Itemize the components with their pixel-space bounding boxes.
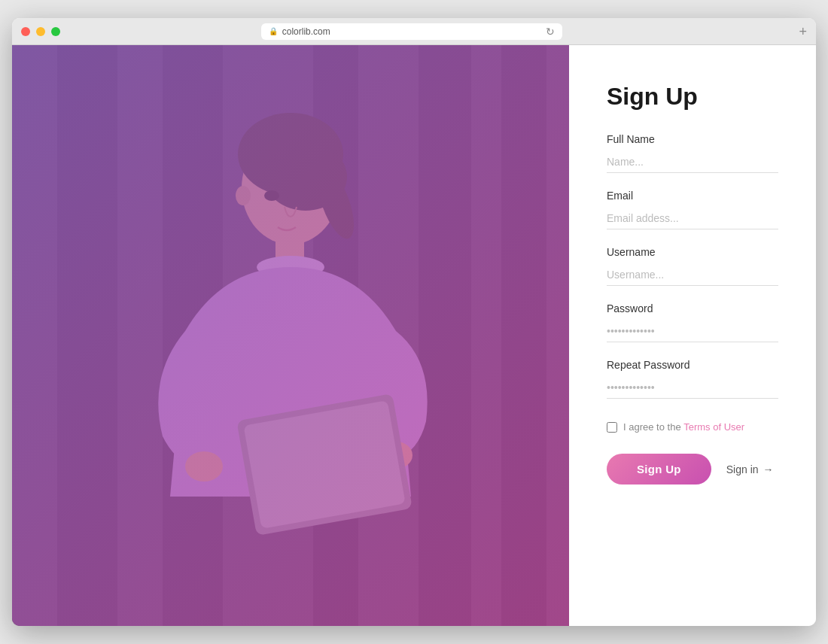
password-group: Password xyxy=(607,302,778,342)
image-panel xyxy=(12,45,569,626)
signin-text: Sign in xyxy=(726,463,759,475)
address-text: colorlib.com xyxy=(282,26,330,37)
browser-window: 🔒 colorlib.com ↻ + xyxy=(12,18,816,626)
image-overlay xyxy=(12,45,569,626)
signin-arrow-icon: → xyxy=(763,463,774,475)
full-name-group: Full Name xyxy=(607,133,778,173)
signin-link[interactable]: Sign in → xyxy=(726,463,774,475)
email-input[interactable] xyxy=(607,208,778,229)
full-name-label: Full Name xyxy=(607,133,778,145)
browser-toolbar: 🔒 colorlib.com ↻ + xyxy=(12,18,816,45)
repeat-password-label: Repeat Password xyxy=(607,359,778,371)
lock-icon: 🔒 xyxy=(269,27,278,35)
password-label: Password xyxy=(607,302,778,314)
refresh-button[interactable]: ↻ xyxy=(546,26,555,38)
repeat-password-input[interactable] xyxy=(607,377,778,399)
terms-text: I agree to the Terms of User xyxy=(623,421,744,433)
terms-checkbox[interactable] xyxy=(607,422,617,433)
email-label: Email xyxy=(607,190,778,202)
browser-content: Sign Up Full Name Email Username Passwor… xyxy=(12,45,816,626)
username-input[interactable] xyxy=(607,264,778,286)
form-title: Sign Up xyxy=(607,83,778,111)
terms-link[interactable]: Terms of User xyxy=(683,421,744,433)
username-label: Username xyxy=(607,246,778,258)
signup-button[interactable]: Sign Up xyxy=(607,454,711,485)
username-group: Username xyxy=(607,246,778,286)
new-tab-button[interactable]: + xyxy=(799,25,807,38)
terms-row: I agree to the Terms of User xyxy=(607,421,778,433)
traffic-light-yellow[interactable] xyxy=(36,27,45,36)
email-group: Email xyxy=(607,190,778,229)
form-actions: Sign Up Sign in → xyxy=(607,454,778,485)
full-name-input[interactable] xyxy=(607,151,778,173)
address-bar[interactable]: 🔒 colorlib.com ↻ xyxy=(261,23,562,40)
repeat-password-group: Repeat Password xyxy=(607,359,778,399)
password-input[interactable] xyxy=(607,320,778,342)
form-panel: Sign Up Full Name Email Username Passwor… xyxy=(569,45,816,626)
traffic-light-red[interactable] xyxy=(21,27,30,36)
traffic-light-green[interactable] xyxy=(51,27,60,36)
